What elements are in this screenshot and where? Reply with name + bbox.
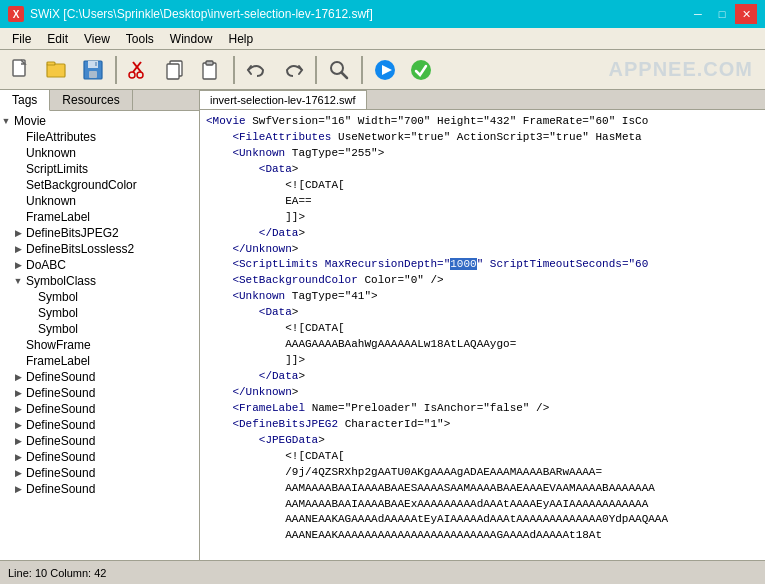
tree-label: SymbolClass bbox=[24, 274, 96, 288]
separator-1 bbox=[115, 56, 117, 84]
tree-label: Symbol bbox=[36, 322, 78, 336]
paste-button[interactable] bbox=[194, 53, 228, 87]
appnee-logo: APPNEE.COM bbox=[609, 58, 761, 81]
code-line: AAANEAAKAGAAAAdAAAAAtEyAIAAAAAdAAAtAAAAA… bbox=[206, 512, 759, 528]
tree-label: DefineSound bbox=[24, 434, 95, 448]
minimize-button[interactable]: ─ bbox=[687, 4, 709, 24]
code-line: ]]> bbox=[206, 210, 759, 226]
svg-rect-6 bbox=[95, 62, 97, 66]
code-line: </Data> bbox=[206, 226, 759, 242]
title-bar-controls: ─ □ ✕ bbox=[687, 4, 757, 24]
tree-label: DefineSound bbox=[24, 450, 95, 464]
code-line: <Data> bbox=[206, 162, 759, 178]
tree-item[interactable]: ▶DefineSound bbox=[0, 369, 199, 385]
tree-item[interactable]: FrameLabel bbox=[0, 209, 199, 225]
tree-item[interactable]: ▼SymbolClass bbox=[0, 273, 199, 289]
tree-item[interactable]: Unknown bbox=[0, 145, 199, 161]
tree-label: DefineSound bbox=[24, 466, 95, 480]
tree-label: DefineSound bbox=[24, 370, 95, 384]
undo-button[interactable] bbox=[240, 53, 274, 87]
redo-button[interactable] bbox=[276, 53, 310, 87]
copy-button[interactable] bbox=[158, 53, 192, 87]
tree-item[interactable]: ▶DefineSound bbox=[0, 417, 199, 433]
tree-label: Symbol bbox=[36, 306, 78, 320]
menu-window[interactable]: Window bbox=[162, 30, 221, 48]
tree-item[interactable]: FileAttributes bbox=[0, 129, 199, 145]
menu-edit[interactable]: Edit bbox=[39, 30, 76, 48]
maximize-button[interactable]: □ bbox=[711, 4, 733, 24]
tree-item[interactable]: SetBackgroundColor bbox=[0, 177, 199, 193]
code-line: <![CDATA[ bbox=[206, 449, 759, 465]
code-line: <Unknown TagType="41"> bbox=[206, 289, 759, 305]
tree-item[interactable]: ▶DefineSound bbox=[0, 433, 199, 449]
code-line: <![CDATA[ bbox=[206, 321, 759, 337]
save-button[interactable] bbox=[76, 53, 110, 87]
separator-2 bbox=[233, 56, 235, 84]
code-line: <JPEGData> bbox=[206, 433, 759, 449]
tree-item[interactable]: Symbol bbox=[0, 305, 199, 321]
code-line: <Movie SwfVersion="16" Width="700" Heigh… bbox=[206, 114, 759, 130]
status-text: Line: 10 Column: 42 bbox=[8, 567, 106, 579]
code-line: ]]> bbox=[206, 353, 759, 369]
tree-item[interactable]: ▶DefineSound bbox=[0, 385, 199, 401]
svg-point-19 bbox=[411, 60, 431, 80]
menu-file[interactable]: File bbox=[4, 30, 39, 48]
tree-item[interactable]: ▶DefineBitsJPEG2 bbox=[0, 225, 199, 241]
code-line: AAMAAAABAAIAAAABAAExAAAAAAAAAdAAAtAAAAEy… bbox=[206, 497, 759, 513]
tab-resources[interactable]: Resources bbox=[50, 90, 132, 110]
tree-item[interactable]: FrameLabel bbox=[0, 353, 199, 369]
find-button[interactable] bbox=[322, 53, 356, 87]
tab-tags[interactable]: Tags bbox=[0, 90, 50, 111]
code-line: AAAGAAAABAahWgAAAAAALw18AtLAQAAygo= bbox=[206, 337, 759, 353]
tree-label: Symbol bbox=[36, 290, 78, 304]
tree-item[interactable]: ▼Movie bbox=[0, 113, 199, 129]
code-line: <SetBackgroundColor Color="0" /> bbox=[206, 273, 759, 289]
tree-item[interactable]: Symbol bbox=[0, 289, 199, 305]
tree-item[interactable]: Symbol bbox=[0, 321, 199, 337]
code-line: </Unknown> bbox=[206, 242, 759, 258]
code-line: <FileAttributes UseNetwork="true" Action… bbox=[206, 130, 759, 146]
tree-label: Movie bbox=[12, 114, 46, 128]
title-bar-text: SWiX [C:\Users\Sprinkle\Desktop\invert-s… bbox=[30, 7, 373, 21]
tree-label: Unknown bbox=[24, 194, 76, 208]
close-button[interactable]: ✕ bbox=[735, 4, 757, 24]
new-button[interactable] bbox=[4, 53, 38, 87]
tree-label: FrameLabel bbox=[24, 354, 90, 368]
main-layout: Tags Resources ▼MovieFileAttributesUnkno… bbox=[0, 90, 765, 560]
tree-label: FileAttributes bbox=[24, 130, 96, 144]
open-button[interactable] bbox=[40, 53, 74, 87]
tree-item[interactable]: ▶DefineSound bbox=[0, 481, 199, 497]
cut-button[interactable] bbox=[122, 53, 156, 87]
code-area[interactable]: <Movie SwfVersion="16" Width="700" Heigh… bbox=[200, 110, 765, 560]
menu-view[interactable]: View bbox=[76, 30, 118, 48]
tree-label: DefineBitsLossless2 bbox=[24, 242, 134, 256]
svg-rect-12 bbox=[167, 64, 179, 79]
tree-item[interactable]: ShowFrame bbox=[0, 337, 199, 353]
tree-item[interactable]: ScriptLimits bbox=[0, 161, 199, 177]
tree-item[interactable]: ▶DefineSound bbox=[0, 449, 199, 465]
code-line: EA== bbox=[206, 194, 759, 210]
check-button[interactable] bbox=[404, 53, 438, 87]
tree-item[interactable]: ▶DoABC bbox=[0, 257, 199, 273]
svg-line-16 bbox=[342, 72, 348, 78]
tree-container[interactable]: ▼MovieFileAttributesUnknownScriptLimitsS… bbox=[0, 111, 199, 560]
code-line: <![CDATA[ bbox=[206, 178, 759, 194]
title-bar-left: X SWiX [C:\Users\Sprinkle\Desktop\invert… bbox=[8, 6, 373, 22]
left-panel: Tags Resources ▼MovieFileAttributesUnkno… bbox=[0, 90, 200, 560]
svg-rect-2 bbox=[47, 62, 55, 65]
tree-label: DefineSound bbox=[24, 386, 95, 400]
status-bar: Line: 10 Column: 42 bbox=[0, 560, 765, 584]
tree-item[interactable]: Unknown bbox=[0, 193, 199, 209]
tree-item[interactable]: ▶DefineSound bbox=[0, 401, 199, 417]
tree-label: SetBackgroundColor bbox=[24, 178, 137, 192]
toolbar: APPNEE.COM bbox=[0, 50, 765, 90]
right-panel: invert-selection-lev-17612.swf <Movie Sw… bbox=[200, 90, 765, 560]
menu-tools[interactable]: Tools bbox=[118, 30, 162, 48]
menu-help[interactable]: Help bbox=[221, 30, 262, 48]
separator-3 bbox=[315, 56, 317, 84]
tree-item[interactable]: ▶DefineBitsLossless2 bbox=[0, 241, 199, 257]
tree-label: DoABC bbox=[24, 258, 66, 272]
editor-tab[interactable]: invert-selection-lev-17612.swf bbox=[200, 90, 367, 109]
run-button[interactable] bbox=[368, 53, 402, 87]
tree-item[interactable]: ▶DefineSound bbox=[0, 465, 199, 481]
